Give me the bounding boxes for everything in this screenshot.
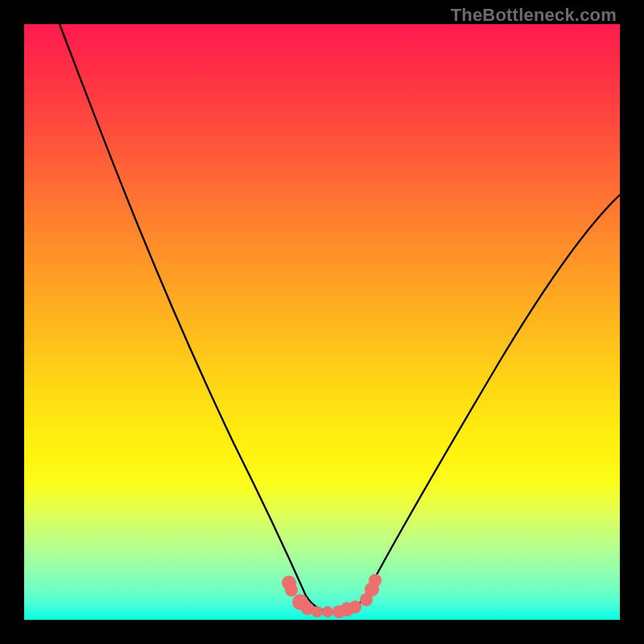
curve-left-branch: [60, 24, 306, 596]
chart-frame: TheBottleneck.com: [0, 0, 644, 644]
valley-marker: [312, 606, 323, 617]
bottleneck-curve-svg: [24, 24, 620, 620]
plot-area: [24, 24, 620, 620]
valley-marker: [369, 574, 382, 587]
watermark-text: TheBottleneck.com: [451, 5, 617, 26]
curve-right-branch: [365, 195, 620, 596]
